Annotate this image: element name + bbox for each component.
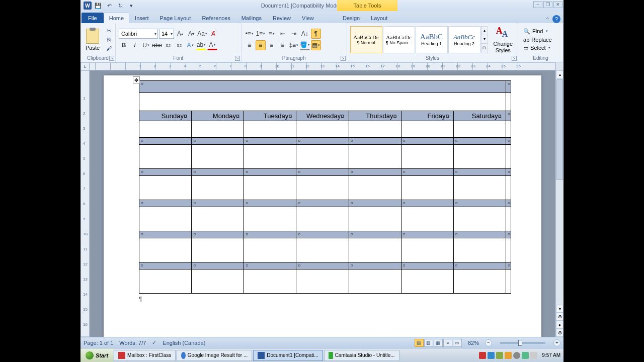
align-right-icon[interactable]: ≡: [267, 40, 277, 50]
sort-icon[interactable]: A↓: [300, 29, 310, 39]
tray-icon-1[interactable]: [479, 352, 486, 359]
show-hide-paragraph-icon[interactable]: ¶: [311, 29, 321, 39]
table-cell[interactable]: ¤: [139, 138, 192, 145]
italic-button[interactable]: I: [130, 40, 140, 50]
table-cell[interactable]: [192, 238, 244, 262]
zoom-in-button[interactable]: +: [553, 339, 560, 346]
styles-up-icon[interactable]: ▴: [481, 27, 488, 35]
minimize-ribbon-icon[interactable]: ⌃: [545, 17, 549, 22]
style-normal[interactable]: AaBbCcDc ¶ Normal: [350, 26, 382, 53]
calendar-weeks[interactable]: ¤¤¤¤¤¤¤¤¤¤¤¤¤¤¤¤¤¤¤¤¤¤¤¤¤¤¤¤¤¤¤¤¤¤¤¤¤¤¤¤: [139, 137, 511, 294]
day-sunday[interactable]: Sunday¤: [139, 111, 192, 121]
table-cell[interactable]: ¤: [139, 262, 192, 269]
table-cell[interactable]: ¤: [244, 231, 296, 238]
multilevel-list-icon[interactable]: ≡▾: [267, 29, 277, 39]
scroll-up-icon[interactable]: ▴: [556, 70, 564, 78]
browse-object-icon[interactable]: ●: [556, 321, 564, 329]
table-cell[interactable]: ¤: [296, 262, 349, 269]
task-mailbox[interactable]: Mailbox : FirstClass: [114, 350, 176, 361]
help-icon[interactable]: ?: [552, 15, 560, 23]
full-screen-view-icon[interactable]: ▥: [424, 339, 433, 347]
table-cell[interactable]: ¤: [139, 231, 192, 238]
table-cell[interactable]: ¤: [453, 262, 506, 269]
table-cell[interactable]: [401, 176, 453, 200]
styles-launcher[interactable]: ↘: [512, 56, 517, 61]
table-cell[interactable]: ¤: [192, 262, 244, 269]
table-cell[interactable]: ¤: [296, 231, 349, 238]
tab-design[interactable]: Design: [337, 13, 365, 23]
task-camtasia[interactable]: Camtasia Studio - Untitle...: [324, 350, 399, 361]
tab-page-layout[interactable]: Page Layout: [154, 13, 197, 23]
tab-review[interactable]: Review: [267, 13, 296, 23]
table-cell[interactable]: [453, 176, 506, 200]
table-cell[interactable]: ¤: [244, 200, 296, 207]
horizontal-ruler[interactable]: 1234567891011121314151617181920212223242…: [90, 62, 555, 70]
table-cell[interactable]: ¤: [244, 138, 296, 145]
table-cell[interactable]: [244, 207, 296, 231]
shading-icon[interactable]: 🪣▾: [300, 40, 310, 50]
status-language[interactable]: English (Canada): [163, 340, 205, 346]
undo-button[interactable]: ↶: [105, 1, 114, 10]
tab-file[interactable]: File: [82, 13, 104, 23]
table-cell[interactable]: [192, 207, 244, 231]
redo-button[interactable]: ↻: [116, 1, 125, 10]
table-cell[interactable]: ¤: [192, 231, 244, 238]
table-cell[interactable]: [139, 238, 192, 262]
replace-button[interactable]: abReplace: [522, 36, 553, 43]
table-cell[interactable]: [401, 238, 453, 262]
align-left-icon[interactable]: ≡: [245, 40, 255, 50]
clear-formatting-icon[interactable]: A̸: [208, 29, 218, 39]
table-cell[interactable]: ¤: [401, 200, 453, 207]
prev-page-icon[interactable]: ⦿: [556, 313, 564, 321]
highlight-color-icon[interactable]: ab▾: [196, 40, 206, 50]
line-spacing-icon[interactable]: ‡≡▾: [289, 40, 299, 50]
table-cell[interactable]: [349, 207, 401, 231]
print-layout-view-icon[interactable]: ▤: [415, 339, 424, 347]
proofing-icon[interactable]: ✓: [152, 339, 156, 346]
table-cell[interactable]: [139, 269, 192, 294]
day-thursday[interactable]: Thursday¤: [349, 111, 401, 121]
tab-mailings[interactable]: Mailings: [236, 13, 267, 23]
styles-down-icon[interactable]: ▾: [481, 35, 488, 44]
zoom-out-button[interactable]: −: [485, 339, 492, 346]
zoom-slider-thumb[interactable]: [518, 340, 522, 346]
table-cell[interactable]: [296, 238, 349, 262]
minimize-button[interactable]: –: [533, 1, 542, 8]
table-cell[interactable]: ¤: [296, 200, 349, 207]
close-button[interactable]: ✕: [553, 1, 562, 8]
clipboard-launcher[interactable]: ↘: [109, 56, 114, 61]
scroll-down-icon[interactable]: ▾: [556, 305, 564, 313]
day-monday[interactable]: Monday¤: [192, 111, 244, 121]
style-no-spacing[interactable]: AaBbCcDc ¶ No Spaci...: [383, 26, 415, 53]
table-cell[interactable]: [349, 238, 401, 262]
paragraph-launcher[interactable]: ↘: [341, 56, 346, 61]
table-cell[interactable]: [192, 145, 244, 169]
table-cell[interactable]: [349, 269, 401, 294]
paste-button[interactable]: Paste: [84, 28, 102, 52]
table-cell[interactable]: ¤: [401, 262, 453, 269]
table-cell[interactable]: [453, 238, 506, 262]
day-friday[interactable]: Friday¤: [401, 111, 453, 121]
day-tuesday[interactable]: Tuesday¤: [244, 111, 296, 121]
style-heading-1[interactable]: AaBbC Heading 1: [416, 26, 448, 53]
web-layout-view-icon[interactable]: ▦: [434, 339, 443, 347]
tab-selector[interactable]: L: [80, 62, 90, 70]
tray-icon-3[interactable]: [496, 352, 503, 359]
style-heading-2[interactable]: AaBbCc Heading 2: [448, 26, 480, 53]
table-cell[interactable]: ¤: [401, 169, 453, 176]
qat-customize[interactable]: ▾: [127, 1, 136, 10]
table-cell[interactable]: [401, 207, 453, 231]
table-cell[interactable]: [139, 145, 192, 169]
table-cell[interactable]: ¤: [244, 262, 296, 269]
bullets-icon[interactable]: •≡▾: [245, 29, 255, 39]
zoom-level[interactable]: 82%: [468, 340, 479, 346]
align-center-icon[interactable]: ≡: [256, 40, 266, 50]
justify-icon[interactable]: ≡: [278, 40, 288, 50]
table-cell[interactable]: ¤: [139, 169, 192, 176]
status-page[interactable]: Page: 1 of 1: [84, 340, 113, 346]
day-saturday[interactable]: Saturday¤: [453, 111, 506, 121]
bold-button[interactable]: B: [119, 40, 129, 50]
table-cell[interactable]: ¤: [401, 231, 453, 238]
table-cell[interactable]: [139, 207, 192, 231]
table-cell[interactable]: [401, 269, 453, 294]
